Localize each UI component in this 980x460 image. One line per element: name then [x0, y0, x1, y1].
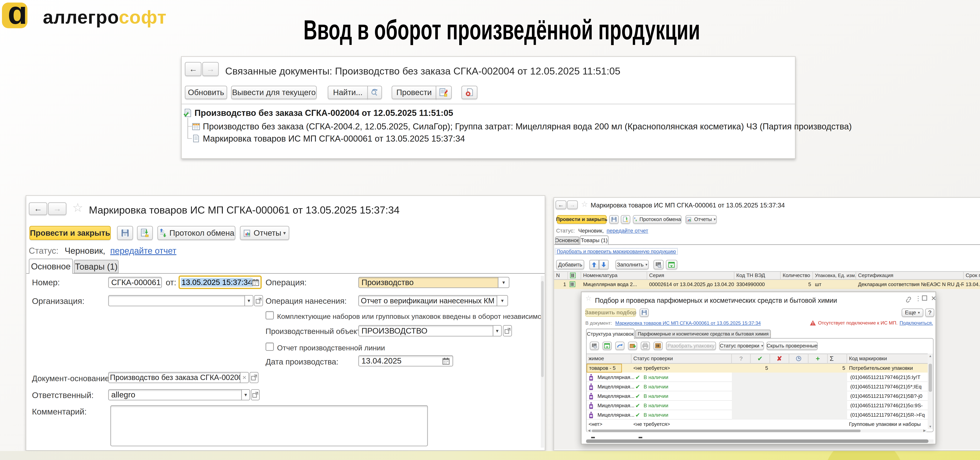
base-document-field[interactable]: Производство без заказа СГКА-002004: [108, 372, 241, 383]
status-send-report-link[interactable]: передайте отчет: [607, 228, 648, 234]
clear-search-button[interactable]: [367, 86, 382, 99]
forward-button[interactable]: →: [567, 201, 578, 209]
doc-link[interactable]: Маркировка товаров ИС МП СГКА-000061 от …: [615, 320, 761, 326]
help-button[interactable]: ?: [925, 309, 934, 317]
favorite-star-icon[interactable]: ☆: [581, 200, 588, 209]
back-button[interactable]: ←: [185, 62, 202, 76]
tree-item-production[interactable]: Производство без заказа (СГКА-2004.2, 12…: [192, 122, 852, 131]
close-icon[interactable]: ✕: [931, 295, 936, 302]
table-horizontal-scrollbar[interactable]: ◀ ▶: [587, 429, 926, 432]
connect-link[interactable]: Подключиться.: [899, 320, 933, 326]
col-icon[interactable]: [568, 271, 581, 280]
finish-pick-button[interactable]: Завершить подбор: [585, 309, 636, 317]
scroll-down-icon[interactable]: ▼: [929, 425, 932, 428]
scroll-up-icon[interactable]: ▲: [929, 354, 932, 358]
post-and-close-button[interactable]: Провести и закрыть: [557, 215, 607, 224]
dialog-vertical-scrollbar[interactable]: ▲ ▼: [928, 353, 933, 429]
dialog-horizontal-scrollbar[interactable]: [586, 439, 934, 443]
production-object-open-button[interactable]: [503, 325, 512, 336]
dialog-product-row[interactable]: Мицеллярная...✔В наличии(01)046511211797…: [587, 372, 928, 382]
comment-field[interactable]: [110, 405, 428, 446]
check-status-button[interactable]: Статус проверки ▾: [719, 342, 764, 350]
refresh-button[interactable]: Обновить: [185, 86, 227, 99]
move-down-button[interactable]: [599, 260, 609, 269]
fill-table-button[interactable]: [603, 342, 612, 350]
save-button[interactable]: [640, 309, 649, 317]
post-icon-button[interactable]: [436, 86, 452, 99]
post-button[interactable]: Провести: [391, 86, 436, 99]
col-unit[interactable]: Упаковка, Ед. изм.: [813, 271, 856, 280]
date-field[interactable]: 13.05.2025 15:37:34: [178, 275, 262, 289]
tree-item-marking[interactable]: Маркировка товаров ИС МП СГКА-000061 от …: [192, 134, 465, 143]
scan-barcode-button[interactable]: [590, 342, 599, 350]
apply-operation-dropdown[interactable]: ▾: [497, 295, 508, 306]
unpack-button[interactable]: Разобрать упаковку: [666, 342, 716, 350]
exchange-protocol-button[interactable]: Протокол обмена: [633, 215, 681, 224]
goods-row[interactable]: 1 Мицеллярная вода 2... 00002614 от 13.0…: [554, 280, 980, 289]
vertical-scrollbar[interactable]: [541, 276, 544, 448]
more-button[interactable]: Еще ▾: [902, 309, 923, 317]
save-button[interactable]: [117, 226, 133, 240]
pick-and-check-link[interactable]: Подобрать и проверить маркированную прод…: [555, 248, 678, 255]
back-button[interactable]: ←: [555, 201, 566, 209]
calendar-icon[interactable]: [252, 279, 259, 286]
fill-button[interactable]: Заполнить ▾: [616, 260, 649, 269]
box-barcode-button[interactable]: [654, 342, 663, 350]
group-row[interactable]: товаров - 5 <не требуется> 5 5 Потребите…: [587, 364, 928, 372]
maximize-icon[interactable]: [922, 296, 927, 301]
col-marking-code[interactable]: Код маркировки: [847, 353, 928, 364]
col-check-status[interactable]: Статус проверки: [632, 353, 732, 364]
move-up-button[interactable]: [589, 260, 599, 269]
base-document-clear[interactable]: ×: [240, 372, 249, 383]
col-sigma[interactable]: Σ: [828, 353, 847, 364]
tree-item-production-doc[interactable]: Производство без заказа СГКА-002004 от 1…: [183, 108, 453, 118]
print-button[interactable]: [641, 342, 650, 350]
col-clock[interactable]: [789, 353, 808, 364]
tab-structure[interactable]: Структура упаковок: [586, 329, 635, 339]
save-button[interactable]: [609, 215, 619, 224]
dialog-product-row[interactable]: Мицеллярная...✔В наличии(01)046511211797…: [587, 382, 928, 392]
responsible-field[interactable]: allegro: [108, 389, 242, 400]
status-send-report-link[interactable]: передайте отчет: [110, 246, 177, 255]
col-cross[interactable]: ✘: [770, 353, 789, 364]
footer-row[interactable]: <нет> <не требуется> Групповые упаковки …: [587, 420, 928, 429]
col-check[interactable]: ✔: [751, 353, 770, 364]
post-and-close-button[interactable]: Провести и закрыть: [29, 226, 111, 240]
organization-open-button[interactable]: [254, 295, 263, 306]
apply-operation-field[interactable]: Отчет о верификации нанесенных КМ: [358, 295, 497, 306]
add-button[interactable]: Добавить: [556, 260, 584, 269]
tab-goods[interactable]: Товары (1): [74, 260, 119, 273]
reports-button[interactable]: Отчеты ▾: [686, 215, 717, 224]
favorite-star-icon[interactable]: ☆: [585, 294, 592, 302]
production-line-checkbox[interactable]: [266, 342, 274, 351]
scan-barcode-button[interactable]: [654, 260, 663, 269]
production-object-field[interactable]: ПРОИЗВОДСТВО: [358, 325, 493, 336]
dialog-product-row[interactable]: Мицеллярная...✔В наличии(01)046511211797…: [587, 401, 928, 410]
hide-checked-button[interactable]: Скрыть проверенные: [767, 342, 818, 350]
production-date-field[interactable]: 13.04.2025: [358, 355, 453, 366]
unpost-icon-button[interactable]: [461, 86, 477, 99]
col-plus[interactable]: +: [808, 353, 828, 364]
fill-table-button[interactable]: [666, 260, 678, 269]
print-current-button[interactable]: Вывести для текущего: [231, 86, 317, 99]
col-nomenclature[interactable]: Номенклатура: [581, 271, 647, 280]
responsible-dropdown[interactable]: ▾: [241, 389, 250, 400]
col-series[interactable]: Серия: [647, 271, 734, 280]
favorite-star-icon[interactable]: ☆: [72, 201, 83, 215]
refresh-check-button[interactable]: [615, 342, 624, 350]
base-document-open-button[interactable]: [250, 372, 259, 383]
scroll-right-icon[interactable]: ▶: [923, 429, 926, 432]
col-tnved[interactable]: Код ТН ВЭД: [734, 271, 781, 280]
operation-field[interactable]: Производство: [358, 277, 498, 288]
col-qty[interactable]: Количество: [781, 271, 813, 280]
reports-button[interactable]: Отчеты ▾: [240, 226, 289, 240]
col-question[interactable]: ?: [732, 353, 751, 364]
col-cert[interactable]: Сертификация: [856, 271, 964, 280]
scroll-left-icon[interactable]: ◀: [588, 429, 590, 432]
dialog-product-row[interactable]: Мицеллярная...✔В наличии(01)046511211797…: [587, 410, 928, 420]
col-n[interactable]: N: [554, 271, 568, 280]
responsible-open-button[interactable]: [251, 389, 260, 400]
components-checkbox[interactable]: [266, 311, 274, 319]
add-box-button[interactable]: [628, 342, 637, 350]
create-based-button[interactable]: [137, 226, 153, 240]
